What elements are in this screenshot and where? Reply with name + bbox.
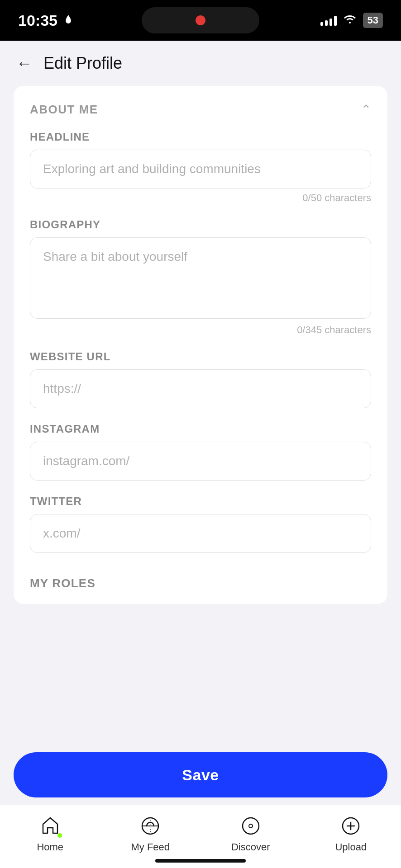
twitter-field-group: TWITTER [30,495,371,553]
page-header: ← Edit Profile [0,41,401,86]
upload-icon [339,814,363,838]
website-url-input[interactable] [30,369,371,408]
home-indicator [155,859,246,863]
page-title: Edit Profile [43,54,122,73]
discover-label: Discover [231,841,270,853]
website-url-label: WEBSITE URL [30,350,371,363]
battery-label: 53 [363,13,383,28]
headline-label: HEADLINE [30,131,371,143]
signal-bars [320,15,337,26]
back-button[interactable]: ← [16,55,33,71]
save-bar: Save [0,745,401,805]
save-button[interactable]: Save [14,752,387,797]
about-me-title: ABOUT ME [30,103,98,117]
twitter-input[interactable] [30,514,371,553]
nav-item-myfeed[interactable]: My Feed [128,814,173,853]
biography-label: BIOGRAPHY [30,218,371,231]
status-time: 10:35 [18,12,75,29]
nav-item-upload[interactable]: Upload [328,814,373,853]
bottom-nav: Home My Feed Discover Upload [0,805,401,868]
headline-input[interactable] [30,150,371,189]
about-me-card: ABOUT ME ⌃ HEADLINE 0/50 characters BIOG… [14,86,387,604]
status-bar: 10:35 53 [0,0,401,41]
wifi-icon [343,14,357,28]
nav-item-discover[interactable]: Discover [228,814,273,853]
svg-point-4 [249,824,253,828]
biography-input[interactable] [30,237,371,319]
biography-char-count: 0/345 characters [30,324,371,336]
camera-pill [142,7,259,33]
home-icon-wrap [38,814,62,838]
myfeed-label: My Feed [131,841,170,853]
instagram-field-group: INSTAGRAM [30,423,371,481]
collapse-icon[interactable]: ⌃ [361,102,371,117]
status-right-icons: 53 [320,13,383,28]
instagram-input[interactable] [30,442,371,481]
biography-field-group: BIOGRAPHY 0/345 characters [30,218,371,336]
home-active-indicator [57,833,62,838]
record-dot [196,15,205,25]
myfeed-icon [138,814,162,838]
headline-field-group: HEADLINE 0/50 characters [30,131,371,204]
website-url-field-group: WEBSITE URL [30,350,371,408]
upload-label: Upload [335,841,367,853]
home-label: Home [37,841,63,853]
twitter-label: TWITTER [30,495,371,508]
headline-char-count: 0/50 characters [30,192,371,204]
flame-icon [62,14,75,27]
discover-icon [239,814,263,838]
my-roles-label: MY ROLES [30,567,371,595]
instagram-label: INSTAGRAM [30,423,371,435]
nav-item-home[interactable]: Home [28,814,73,853]
about-me-section-header: ABOUT ME ⌃ [30,102,371,117]
svg-point-3 [243,818,259,834]
